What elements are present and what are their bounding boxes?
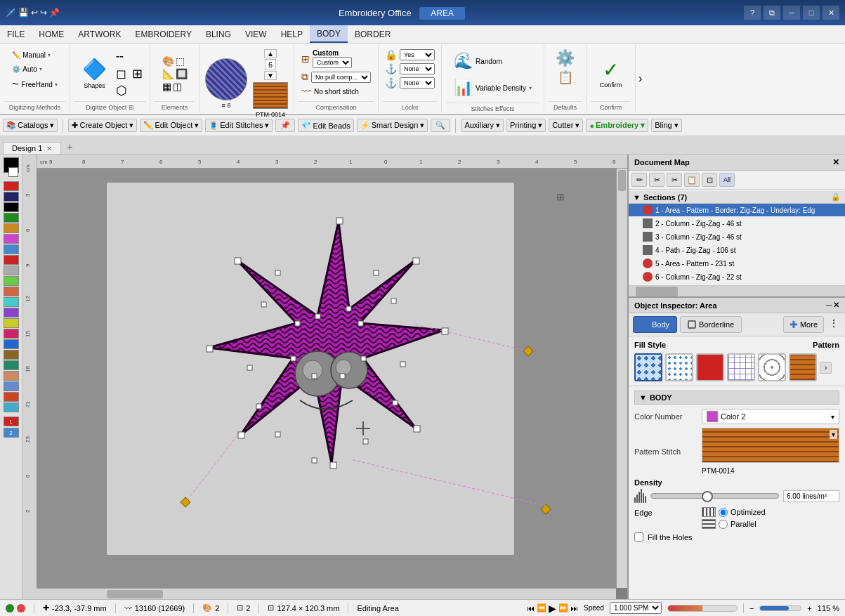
design1-tab-close[interactable]: ✕ xyxy=(46,145,52,152)
dm-pencil-btn[interactable]: ✏ xyxy=(631,173,647,187)
menu-embroidery[interactable]: EMBROIDERY xyxy=(128,25,198,43)
zoom-in-btn[interactable]: + xyxy=(807,604,811,612)
digitize-icon1[interactable]: ╌ xyxy=(116,49,127,65)
menu-view[interactable]: VIEW xyxy=(238,25,274,43)
pattern-swatch-4[interactable] xyxy=(727,353,755,381)
color-swatch-midblue[interactable] xyxy=(4,339,19,349)
restore-button[interactable]: ⧉ xyxy=(764,6,780,20)
color-swatch-purple[interactable] xyxy=(4,234,19,244)
active-color-white[interactable] xyxy=(8,167,18,177)
dm-item-6[interactable]: 6 - Column - Zig-Zag - 22 st xyxy=(629,270,845,284)
menu-body[interactable]: BODY xyxy=(310,25,348,43)
confirm-btn[interactable]: ✓ Confirm xyxy=(594,49,629,98)
pattern-stitch-preview[interactable]: ▾ xyxy=(702,428,839,463)
minimize-button[interactable]: ─ xyxy=(783,6,800,20)
dm-all-btn[interactable]: All xyxy=(719,173,735,187)
freehand-btn[interactable]: 〜 FreeHand ▾ xyxy=(8,77,60,91)
lock-select2[interactable]: None xyxy=(400,63,435,74)
shapes-btn[interactable]: 🔷 Shapes xyxy=(76,49,113,98)
canvas-area[interactable]: cm 9 8 7 6 5 4 3 2 1 0 1 2 3 4 5 6 xyxy=(22,155,627,599)
pin-icon[interactable]: 📌 xyxy=(49,8,60,18)
play-back[interactable]: ⏮ xyxy=(527,604,535,612)
pattern-expand-btn[interactable]: ▾ xyxy=(830,430,837,439)
random-btn[interactable]: 🌊 Random xyxy=(447,49,509,73)
spm-select[interactable]: 1.000 SPM xyxy=(610,602,662,614)
menu-file[interactable]: FILE xyxy=(0,25,32,43)
color-swatch-pink[interactable] xyxy=(4,329,19,339)
color-swatch-salmon[interactable] xyxy=(4,287,19,296)
oi-minimize-icon[interactable]: ─ xyxy=(826,301,832,310)
color-select[interactable]: Color 2 ▾ xyxy=(702,409,839,424)
cutter-dropdown[interactable]: Cutter ▾ xyxy=(549,119,583,132)
play-fwd[interactable]: ⏭ xyxy=(570,604,578,612)
zoom-slider[interactable] xyxy=(759,605,801,611)
embroidery-dropdown[interactable]: ● Embroidery ▾ xyxy=(586,119,648,132)
digitize-icon3[interactable]: ⬡ xyxy=(116,83,127,98)
color-swatch-peach[interactable] xyxy=(4,371,19,381)
color-swatch-orange[interactable] xyxy=(4,223,19,233)
oi-options-btn[interactable]: ⋮ xyxy=(827,316,841,330)
color-swatch-red[interactable] xyxy=(4,181,19,191)
manual-btn[interactable]: ✏️ Manual ▾ xyxy=(8,49,54,61)
close-button[interactable]: ✕ xyxy=(823,6,839,20)
menu-help[interactable]: HELP xyxy=(274,25,310,43)
menu-bling[interactable]: BLING xyxy=(199,25,238,43)
density-input[interactable] xyxy=(783,490,839,502)
color-swatch-sky[interactable] xyxy=(4,402,19,412)
color-swatch-yellow[interactable] xyxy=(4,318,19,328)
oi-close-icon[interactable]: ✕ xyxy=(833,301,839,310)
color-swatch-rust[interactable] xyxy=(4,392,19,402)
layer-1[interactable]: 1 xyxy=(4,417,19,426)
oi-more-btn[interactable]: ✚ More xyxy=(783,316,824,333)
smart-design-dropdown[interactable]: ⚡ Smart Design ▾ xyxy=(357,119,428,132)
edit-object-dropdown[interactable]: ✏️ Edit Object ▾ xyxy=(140,119,202,132)
dm-collapse-arrow[interactable]: ▼ xyxy=(633,193,641,202)
scrollbar-vertical[interactable] xyxy=(616,169,627,588)
save-icon[interactable]: 💾 xyxy=(18,8,29,18)
lock-select1[interactable]: Yes No xyxy=(400,49,435,60)
dm-item-1[interactable]: 1 - Area - Pattern - Border: Zig-Zag - U… xyxy=(629,204,845,217)
area-fill-num[interactable]: 6 xyxy=(265,59,276,70)
oi-tab-body[interactable]: Body xyxy=(633,316,677,333)
color-swatch-brown[interactable] xyxy=(4,350,19,360)
body-collapse-arrow[interactable]: ▼ xyxy=(639,393,647,402)
printing-dropdown[interactable]: Printing ▾ xyxy=(506,119,546,132)
dm-item-4[interactable]: 4 - Path - Zig-Zag - 106 st xyxy=(629,244,845,257)
element-icon3[interactable]: 📐 xyxy=(162,68,174,79)
auxiliary-dropdown[interactable]: Auxiliary ▾ xyxy=(461,119,504,132)
element-icon4[interactable]: 🔲 xyxy=(176,68,188,79)
design1-tab[interactable]: Design 1 ✕ xyxy=(3,142,61,154)
maximize-button[interactable]: □ xyxy=(803,6,820,20)
defaults-icon1[interactable]: ⚙️ xyxy=(556,49,575,67)
defaults-icon2[interactable]: 📋 xyxy=(558,70,573,85)
area-fill-preview[interactable] xyxy=(205,58,247,100)
new-tab-btn[interactable]: + xyxy=(61,140,78,154)
edit-stitches-dropdown[interactable]: 🧵 Edit Stitches ▾ xyxy=(205,119,273,132)
color-swatch-darkblue[interactable] xyxy=(4,192,19,202)
color-swatch-green[interactable] xyxy=(4,213,19,223)
variable-density-btn[interactable]: 📊 Variable Density ▾ xyxy=(447,76,538,100)
digitize-icon2[interactable]: ◻ xyxy=(116,66,127,81)
dm-item-5[interactable]: 5 - Area - Pattern - 231 st xyxy=(629,257,845,270)
play-fwd-step[interactable]: ⏩ xyxy=(558,603,568,612)
fill-holes-checkbox[interactable] xyxy=(634,532,643,542)
lock-select3[interactable]: None xyxy=(400,77,435,89)
dm-cut-btn[interactable]: ✂ xyxy=(667,173,682,187)
color-swatch-cyan[interactable] xyxy=(4,297,19,307)
dm-scroll[interactable] xyxy=(629,285,845,296)
scrollbar-h-thumb[interactable] xyxy=(107,590,163,598)
density-slider[interactable] xyxy=(650,493,779,499)
area-fill-down[interactable]: ▼ xyxy=(264,71,277,80)
menu-home[interactable]: HOME xyxy=(32,25,71,43)
doc-map-close[interactable]: ✕ xyxy=(832,157,839,167)
catalogs-dropdown[interactable]: 📚 Catalogs ▾ xyxy=(3,119,58,132)
element-icon5[interactable]: ▦ xyxy=(162,81,171,92)
create-object-dropdown[interactable]: ✚ Create Object ▾ xyxy=(68,119,137,132)
undo-icon[interactable]: ↩ xyxy=(31,8,38,18)
custom-select[interactable]: Custom xyxy=(313,57,352,68)
dm-paste-btn[interactable]: 📋 xyxy=(684,173,700,187)
dm-item-2[interactable]: 2 - Column - Zig-Zag - 46 st xyxy=(629,217,845,230)
fill-more-btn[interactable]: › xyxy=(820,362,832,374)
menu-border[interactable]: BORDER xyxy=(348,25,398,43)
pattern-swatch-3[interactable] xyxy=(696,353,724,381)
